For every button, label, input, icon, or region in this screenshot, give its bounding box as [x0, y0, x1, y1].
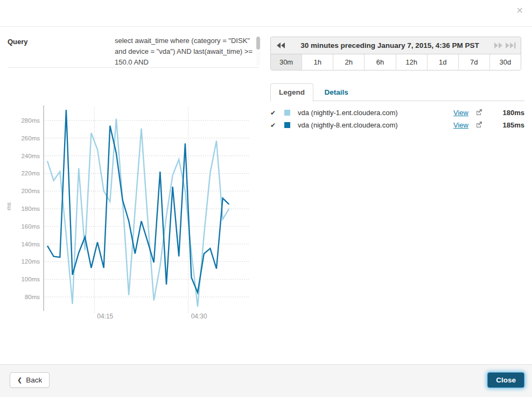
series-name: vda (nightly-8.ent.cloudera.com) — [298, 121, 453, 129]
view-link[interactable]: View — [453, 109, 476, 117]
range-12h[interactable]: 12h — [396, 54, 427, 70]
range-2h[interactable]: 2h — [333, 54, 364, 70]
back-button-label: Back — [26, 376, 42, 384]
range-30m[interactable]: 30m — [271, 54, 302, 70]
modal-header: ✕ — [0, 0, 532, 27]
chevron-left-icon: ❮ — [17, 377, 22, 384]
svg-text:240ms: 240ms — [21, 153, 40, 159]
skip-to-now-icon[interactable] — [505, 42, 516, 48]
range-7d[interactable]: 7d — [458, 54, 489, 70]
view-link[interactable]: View — [453, 121, 476, 129]
range-30d[interactable]: 30d — [489, 54, 521, 70]
query-section: Query select await_time where (category … — [8, 33, 259, 68]
legend-panel: ✔ vda (nightly-1.ent.cloudera.com) View … — [270, 107, 524, 131]
svg-text:200ms: 200ms — [21, 188, 40, 194]
series-color-swatch — [284, 110, 290, 116]
rewind-icon[interactable] — [275, 42, 287, 48]
series-color-swatch — [284, 122, 290, 128]
svg-text:100ms: 100ms — [21, 276, 40, 282]
svg-text:140ms: 140ms — [21, 241, 40, 247]
series-last-value: 180ms — [490, 109, 524, 117]
time-range-buttons: 30m 1h 2h 6h 12h 1d 7d 30d — [271, 54, 521, 70]
chart-detail-modal: ✕ Query select await_time where (categor… — [0, 0, 532, 397]
query-scrollbar[interactable] — [256, 37, 260, 66]
external-link-icon — [476, 121, 490, 129]
svg-text:80ms: 80ms — [25, 294, 40, 300]
svg-text:160ms: 160ms — [21, 223, 40, 230]
time-range-selector: 30 minutes preceding January 7, 2015, 4:… — [270, 37, 521, 70]
svg-text:180ms: 180ms — [21, 205, 40, 212]
series-toggle-check-icon[interactable]: ✔ — [270, 109, 284, 117]
svg-text:280ms: 280ms — [21, 117, 40, 124]
series-toggle-check-icon[interactable]: ✔ — [270, 122, 284, 129]
svg-text:120ms: 120ms — [21, 258, 40, 265]
time-range-title-row: 30 minutes preceding January 7, 2015, 4:… — [271, 37, 521, 54]
close-icon[interactable]: ✕ — [516, 6, 523, 15]
svg-text:260ms: 260ms — [21, 135, 40, 141]
query-value-scroll-area[interactable]: select await_time where (category = "DIS… — [115, 36, 260, 67]
time-range-title: 30 minutes preceding January 7, 2015, 4:… — [287, 41, 493, 49]
modal-footer: ❮ Back Close — [0, 364, 532, 397]
external-link-icon — [476, 109, 490, 117]
tab-legend[interactable]: Legend — [270, 83, 313, 102]
range-1d[interactable]: 1d — [427, 54, 458, 70]
range-1h[interactable]: 1h — [302, 54, 333, 70]
svg-text:ms: ms — [5, 202, 12, 210]
range-6h[interactable]: 6h — [364, 54, 395, 70]
svg-text:220ms: 220ms — [21, 170, 40, 176]
series-name: vda (nightly-1.ent.cloudera.com) — [298, 109, 453, 117]
back-button[interactable]: ❮ Back — [10, 372, 50, 388]
await-time-chart: 80ms100ms120ms140ms160ms180ms200ms220ms2… — [3, 100, 256, 330]
tab-bar: Legend Details — [270, 83, 524, 101]
svg-text:04:15: 04:15 — [97, 313, 113, 320]
svg-text:04:30: 04:30 — [191, 313, 207, 320]
close-button[interactable]: Close — [487, 372, 524, 388]
fast-forward-icon[interactable] — [493, 42, 505, 48]
series-last-value: 185ms — [490, 121, 524, 129]
legend-row: ✔ vda (nightly-1.ent.cloudera.com) View … — [270, 107, 524, 119]
query-text: select await_time where (category = "DIS… — [115, 36, 260, 67]
chart-plot[interactable]: 80ms100ms120ms140ms160ms180ms200ms220ms2… — [3, 100, 256, 330]
query-label: Query — [8, 38, 28, 46]
query-scrollbar-thumb[interactable] — [256, 37, 260, 49]
legend-row: ✔ vda (nightly-8.ent.cloudera.com) View … — [270, 119, 524, 131]
tab-details[interactable]: Details — [316, 83, 356, 102]
